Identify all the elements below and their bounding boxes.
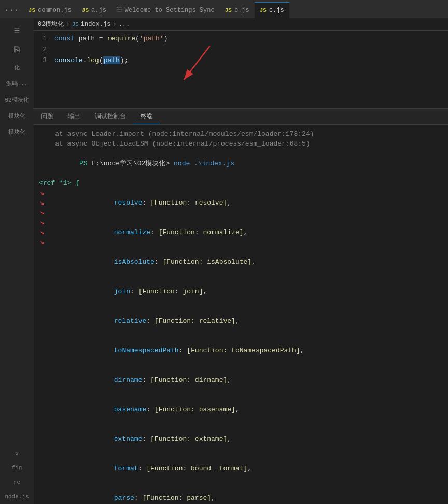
tab-label: b.js bbox=[234, 7, 249, 14]
tab-label: Welcome to Settings Sync bbox=[125, 7, 215, 14]
sidebar-item-re[interactable]: re bbox=[0, 475, 34, 489]
js-icon: JS bbox=[29, 7, 35, 13]
item-label: 模块化 bbox=[8, 112, 25, 120]
tab-label: a.js bbox=[91, 7, 106, 14]
terminal-prop: dirname: [Function: dirname], bbox=[49, 365, 312, 395]
terminal-prop: normalize: [Function: normalize], bbox=[49, 218, 312, 247]
panel: 问题 输出 调试控制台 终端 at async Loader.import (n… bbox=[34, 108, 448, 504]
sidebar-item-s[interactable]: s bbox=[0, 446, 34, 460]
arrow-1: ↘ bbox=[40, 188, 44, 198]
terminal-prompt: PS E:\node学习\02模块化> node .\index.js bbox=[39, 149, 443, 178]
terminal[interactable]: at async Loader.import (node:internal/mo… bbox=[34, 125, 448, 504]
line-number-1: 1 bbox=[36, 33, 54, 44]
breadcrumb-sep1: › bbox=[66, 21, 69, 28]
panel-tab-output[interactable]: 输出 bbox=[61, 109, 88, 124]
terminal-props-list: resolve: [Function: resolve], normalize:… bbox=[49, 188, 312, 504]
code-content-1: const path = require('path') bbox=[54, 33, 445, 44]
breadcrumb: 02模块化 › JS index.js › ... bbox=[34, 18, 448, 31]
terminal-ps: PS bbox=[79, 160, 91, 167]
panel-tab-label: 输出 bbox=[68, 113, 80, 120]
breadcrumb-file: index.js bbox=[81, 21, 111, 28]
breadcrumb-js-icon: JS bbox=[72, 21, 79, 27]
arrow-2: ↘ bbox=[40, 198, 44, 208]
arrow-6: ↘ bbox=[40, 237, 44, 247]
settings-icon: ☰ bbox=[117, 7, 122, 15]
item-label: 02模块化 bbox=[5, 96, 29, 104]
sidebar-item-explorer[interactable]: ⎘ bbox=[0, 41, 34, 60]
terminal-prop: join: [Function: join], bbox=[49, 277, 312, 306]
tab-label: common.js bbox=[38, 7, 72, 14]
breadcrumb-sep2: › bbox=[113, 21, 116, 28]
terminal-props: ↘ ↘ ↘ ↘ ↘ ↘ resolve: [Function: resolve]… bbox=[39, 188, 443, 504]
sidebar-bottom: s fig re node.js bbox=[0, 446, 34, 504]
panel-tab-label: 问题 bbox=[41, 113, 53, 120]
tab-bar: ··· JS common.js JS a.js ☰ Welcome to Se… bbox=[0, 0, 448, 18]
item-label: node.js bbox=[5, 494, 29, 500]
terminal-command: node .\index.js bbox=[174, 160, 234, 167]
terminal-ref-line: <ref *1> { bbox=[39, 178, 443, 188]
item-label: s bbox=[15, 450, 19, 456]
main-layout: ≡ ⎘ 化 源码... 02模块化 模块化 模块化 s fig re bbox=[0, 18, 448, 504]
code-line-2: 2 bbox=[34, 44, 448, 55]
arrow-3: ↘ bbox=[40, 208, 44, 218]
terminal-prop: isAbsolute: [Function: isAbsolute], bbox=[49, 247, 312, 277]
code-content-2 bbox=[54, 44, 445, 55]
panel-tab-debug[interactable]: 调试控制台 bbox=[88, 109, 133, 124]
breadcrumb-symbol: ... bbox=[119, 21, 130, 28]
terminal-prop: format: [Function: bound _format], bbox=[49, 454, 312, 483]
terminal-path: E:\node学习\02模块化 bbox=[91, 160, 165, 167]
terminal-prop: basename: [Function: basename], bbox=[49, 395, 312, 424]
breadcrumb-folder: 02模块化 bbox=[38, 20, 64, 28]
code-line-1: 1 const path = require('path') bbox=[34, 33, 448, 44]
tab-common-js[interactable]: JS common.js bbox=[23, 2, 77, 18]
panel-tab-terminal[interactable]: 终端 bbox=[133, 109, 160, 124]
terminal-prop: extname: [Function: extname], bbox=[49, 424, 312, 454]
sidebar: ≡ ⎘ 化 源码... 02模块化 模块化 模块化 s fig re bbox=[0, 18, 34, 504]
terminal-prop: parse: [Function: parse], bbox=[49, 483, 312, 504]
sidebar-item-3[interactable]: 02模块化 bbox=[0, 92, 34, 108]
item-label: 模块化 bbox=[8, 128, 25, 136]
copy-icon: ⎘ bbox=[14, 45, 20, 55]
terminal-prop: toNamespacedPath: [Function: toNamespace… bbox=[49, 336, 312, 365]
tab-a-js[interactable]: JS a.js bbox=[77, 2, 111, 18]
arrow-column: ↘ ↘ ↘ ↘ ↘ ↘ bbox=[39, 188, 49, 504]
panel-tab-problems[interactable]: 问题 bbox=[34, 109, 61, 124]
tab-overflow[interactable]: ··· bbox=[0, 2, 23, 18]
terminal-prop: relative: [Function: relative], bbox=[49, 306, 312, 336]
panel-tab-label: 调试控制台 bbox=[95, 113, 126, 120]
terminal-prop: resolve: [Function: resolve], bbox=[49, 188, 312, 218]
arrow-5: ↘ bbox=[40, 227, 44, 237]
sidebar-item-fig[interactable]: fig bbox=[0, 460, 34, 475]
sidebar-item-4[interactable]: 模块化 bbox=[0, 108, 34, 124]
editor-area: 02模块化 › JS index.js › ... 1 const path =… bbox=[34, 18, 448, 504]
code-line-3: 3 console.log(path); bbox=[34, 55, 448, 66]
terminal-line: at async Loader.import (node:internal/mo… bbox=[39, 129, 443, 139]
panel-tab-bar: 问题 输出 调试控制台 终端 bbox=[34, 109, 448, 125]
js-icon: JS bbox=[82, 7, 89, 13]
tab-label: c.js bbox=[269, 7, 284, 14]
sidebar-item-2[interactable]: 源码... bbox=[0, 76, 34, 92]
tab-c-js[interactable]: JS c.js bbox=[255, 2, 289, 18]
sidebar-item-menu[interactable]: ≡ bbox=[0, 21, 34, 41]
item-label: 化 bbox=[14, 64, 20, 71]
code-editor[interactable]: 1 const path = require('path') 2 3 conso… bbox=[34, 31, 448, 108]
code-content-3: console.log(path); bbox=[54, 55, 445, 66]
line-number-2: 2 bbox=[36, 44, 54, 55]
panel-tab-label: 终端 bbox=[141, 113, 153, 120]
item-label: fig bbox=[12, 465, 22, 471]
js-icon: JS bbox=[260, 7, 267, 13]
sidebar-item-5[interactable]: 模块化 bbox=[0, 124, 34, 140]
sidebar-item-1[interactable]: 化 bbox=[0, 60, 34, 76]
item-label: re bbox=[13, 479, 20, 485]
tab-settings-sync[interactable]: ☰ Welcome to Settings Sync bbox=[111, 2, 220, 18]
sidebar-item-nodejs[interactable]: node.js bbox=[0, 489, 34, 504]
menu-icon: ≡ bbox=[13, 25, 20, 37]
line-number-3: 3 bbox=[36, 55, 54, 66]
js-icon: JS bbox=[225, 7, 232, 13]
item-label: 源码... bbox=[6, 80, 28, 88]
tab-b-js[interactable]: JS b.js bbox=[220, 2, 255, 18]
arrow-4: ↘ bbox=[40, 218, 44, 227]
terminal-line: at async Object.loadESM (node:internal/p… bbox=[39, 139, 443, 149]
